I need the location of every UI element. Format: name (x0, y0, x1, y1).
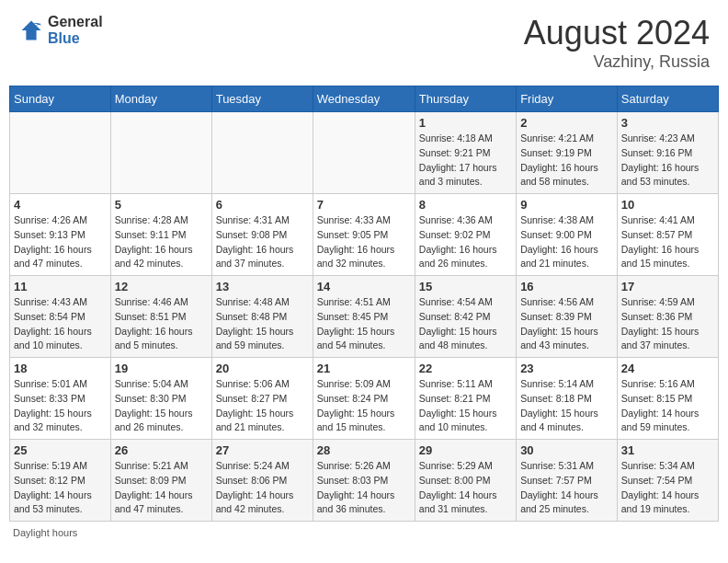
calendar-cell: 23Sunrise: 5:14 AM Sunset: 8:18 PM Dayli… (517, 358, 618, 440)
day-number: 28 (317, 443, 411, 457)
day-info: Sunrise: 4:18 AM Sunset: 9:21 PM Dayligh… (419, 132, 512, 190)
logo-text: General Blue (48, 14, 103, 47)
day-info: Sunrise: 4:59 AM Sunset: 8:36 PM Dayligh… (621, 295, 714, 353)
calendar-cell: 2Sunrise: 4:21 AM Sunset: 9:19 PM Daylig… (517, 112, 618, 194)
calendar-cell: 6Sunrise: 4:31 AM Sunset: 9:08 PM Daylig… (211, 194, 313, 276)
calendar-cell: 30Sunrise: 5:31 AM Sunset: 7:57 PM Dayli… (517, 440, 618, 522)
page-header: General Blue August 2024 Vazhiny, Russia (9, 9, 719, 76)
weekday-header: Tuesday (211, 86, 313, 112)
calendar-cell: 19Sunrise: 5:04 AM Sunset: 8:30 PM Dayli… (110, 358, 211, 440)
day-info: Sunrise: 4:43 AM Sunset: 8:54 PM Dayligh… (14, 295, 107, 353)
day-info: Sunrise: 4:51 AM Sunset: 8:45 PM Dayligh… (317, 295, 411, 353)
day-number: 4 (14, 198, 107, 212)
day-number: 5 (115, 198, 208, 212)
calendar-cell: 14Sunrise: 4:51 AM Sunset: 8:45 PM Dayli… (313, 276, 415, 358)
calendar-cell: 26Sunrise: 5:21 AM Sunset: 8:09 PM Dayli… (110, 440, 211, 522)
day-info: Sunrise: 4:26 AM Sunset: 9:13 PM Dayligh… (14, 213, 107, 271)
calendar-cell: 22Sunrise: 5:11 AM Sunset: 8:21 PM Dayli… (415, 358, 516, 440)
day-number: 3 (621, 116, 714, 130)
calendar-cell: 1Sunrise: 4:18 AM Sunset: 9:21 PM Daylig… (415, 112, 516, 194)
day-number: 22 (419, 362, 512, 375)
day-info: Sunrise: 5:09 AM Sunset: 8:24 PM Dayligh… (317, 377, 411, 435)
day-info: Sunrise: 4:33 AM Sunset: 9:05 PM Dayligh… (317, 213, 411, 271)
day-number: 31 (621, 443, 714, 457)
day-info: Sunrise: 5:04 AM Sunset: 8:30 PM Dayligh… (115, 377, 208, 435)
day-info: Sunrise: 5:29 AM Sunset: 8:00 PM Dayligh… (419, 459, 512, 517)
day-number: 23 (520, 362, 613, 375)
calendar-cell: 25Sunrise: 5:19 AM Sunset: 8:12 PM Dayli… (10, 440, 111, 522)
calendar-cell: 7Sunrise: 4:33 AM Sunset: 9:05 PM Daylig… (313, 194, 415, 276)
day-number: 29 (419, 443, 512, 457)
day-info: Sunrise: 4:28 AM Sunset: 9:11 PM Dayligh… (115, 213, 208, 271)
day-info: Sunrise: 4:36 AM Sunset: 9:02 PM Dayligh… (419, 213, 512, 271)
weekday-header: Saturday (617, 86, 718, 112)
day-number: 27 (216, 443, 309, 457)
day-number: 14 (317, 280, 411, 293)
day-number: 18 (14, 362, 107, 375)
day-number: 26 (115, 443, 208, 457)
day-number: 13 (216, 280, 309, 293)
day-number: 15 (419, 280, 512, 293)
day-info: Sunrise: 5:31 AM Sunset: 7:57 PM Dayligh… (520, 459, 613, 517)
calendar-cell: 16Sunrise: 4:56 AM Sunset: 8:39 PM Dayli… (517, 276, 618, 358)
calendar-week-row: 1Sunrise: 4:18 AM Sunset: 9:21 PM Daylig… (10, 112, 719, 194)
calendar-cell: 10Sunrise: 4:41 AM Sunset: 8:57 PM Dayli… (617, 194, 718, 276)
day-number: 24 (621, 362, 714, 375)
calendar-cell (10, 112, 111, 194)
day-info: Sunrise: 5:16 AM Sunset: 8:15 PM Dayligh… (621, 377, 714, 435)
day-info: Sunrise: 5:11 AM Sunset: 8:21 PM Dayligh… (419, 377, 512, 435)
day-info: Sunrise: 4:41 AM Sunset: 8:57 PM Dayligh… (621, 213, 714, 271)
day-number: 12 (115, 280, 208, 293)
day-number: 20 (216, 362, 309, 375)
day-number: 30 (520, 443, 613, 457)
calendar-cell: 11Sunrise: 4:43 AM Sunset: 8:54 PM Dayli… (10, 276, 111, 358)
month-title: August 2024 (524, 14, 710, 52)
day-info: Sunrise: 5:01 AM Sunset: 8:33 PM Dayligh… (14, 377, 107, 435)
calendar-cell: 3Sunrise: 4:23 AM Sunset: 9:16 PM Daylig… (617, 112, 718, 194)
day-info: Sunrise: 5:34 AM Sunset: 7:54 PM Dayligh… (621, 459, 714, 517)
calendar-cell: 9Sunrise: 4:38 AM Sunset: 9:00 PM Daylig… (517, 194, 618, 276)
calendar-cell: 29Sunrise: 5:29 AM Sunset: 8:00 PM Dayli… (415, 440, 516, 522)
calendar-cell (211, 112, 313, 194)
calendar-cell: 12Sunrise: 4:46 AM Sunset: 8:51 PM Dayli… (110, 276, 211, 358)
calendar-week-row: 4Sunrise: 4:26 AM Sunset: 9:13 PM Daylig… (10, 194, 719, 276)
day-info: Sunrise: 4:56 AM Sunset: 8:39 PM Dayligh… (520, 295, 613, 353)
calendar-week-row: 25Sunrise: 5:19 AM Sunset: 8:12 PM Dayli… (10, 440, 719, 522)
weekday-header: Sunday (10, 86, 111, 112)
calendar-cell: 17Sunrise: 4:59 AM Sunset: 8:36 PM Dayli… (617, 276, 718, 358)
logo: General Blue (18, 14, 103, 47)
day-number: 6 (216, 198, 309, 212)
day-number: 2 (520, 116, 613, 130)
logo-general: General (48, 14, 103, 30)
day-number: 16 (520, 280, 613, 293)
day-info: Sunrise: 5:21 AM Sunset: 8:09 PM Dayligh… (115, 459, 208, 517)
logo-icon (18, 17, 44, 43)
location-title: Vazhiny, Russia (524, 52, 710, 72)
calendar-cell: 28Sunrise: 5:26 AM Sunset: 8:03 PM Dayli… (313, 440, 415, 522)
day-info: Sunrise: 4:21 AM Sunset: 9:19 PM Dayligh… (520, 132, 613, 190)
calendar-cell: 20Sunrise: 5:06 AM Sunset: 8:27 PM Dayli… (211, 358, 313, 440)
calendar-cell: 18Sunrise: 5:01 AM Sunset: 8:33 PM Dayli… (10, 358, 111, 440)
day-info: Sunrise: 4:46 AM Sunset: 8:51 PM Dayligh… (115, 295, 208, 353)
calendar-cell: 8Sunrise: 4:36 AM Sunset: 9:02 PM Daylig… (415, 194, 516, 276)
weekday-header: Wednesday (313, 86, 415, 112)
day-info: Sunrise: 4:23 AM Sunset: 9:16 PM Dayligh… (621, 132, 714, 190)
day-info: Sunrise: 4:38 AM Sunset: 9:00 PM Dayligh… (520, 213, 613, 271)
calendar-cell: 15Sunrise: 4:54 AM Sunset: 8:42 PM Dayli… (415, 276, 516, 358)
day-info: Sunrise: 4:48 AM Sunset: 8:48 PM Dayligh… (216, 295, 309, 353)
day-number: 11 (14, 280, 107, 293)
day-info: Sunrise: 5:14 AM Sunset: 8:18 PM Dayligh… (520, 377, 613, 435)
logo-blue: Blue (48, 30, 103, 47)
calendar-week-row: 18Sunrise: 5:01 AM Sunset: 8:33 PM Dayli… (10, 358, 719, 440)
calendar-cell: 4Sunrise: 4:26 AM Sunset: 9:13 PM Daylig… (10, 194, 111, 276)
day-info: Sunrise: 5:26 AM Sunset: 8:03 PM Dayligh… (317, 459, 411, 517)
calendar-cell (313, 112, 415, 194)
day-info: Sunrise: 4:54 AM Sunset: 8:42 PM Dayligh… (419, 295, 512, 353)
calendar-cell: 24Sunrise: 5:16 AM Sunset: 8:15 PM Dayli… (617, 358, 718, 440)
day-number: 8 (419, 198, 512, 212)
title-block: August 2024 Vazhiny, Russia (524, 14, 710, 72)
day-info: Sunrise: 5:06 AM Sunset: 8:27 PM Dayligh… (216, 377, 309, 435)
calendar-week-row: 11Sunrise: 4:43 AM Sunset: 8:54 PM Dayli… (10, 276, 719, 358)
calendar-cell: 21Sunrise: 5:09 AM Sunset: 8:24 PM Dayli… (313, 358, 415, 440)
calendar-cell: 27Sunrise: 5:24 AM Sunset: 8:06 PM Dayli… (211, 440, 313, 522)
